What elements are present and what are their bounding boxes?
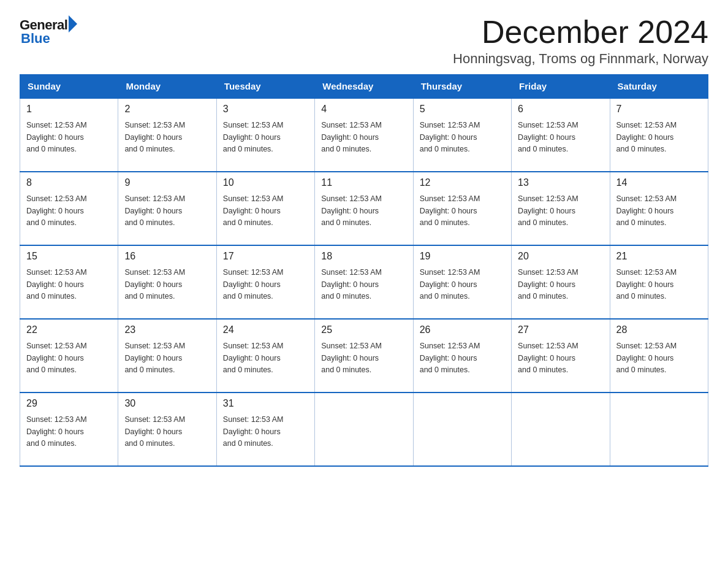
calendar-cell-16: 16Sunset: 12:53 AM Daylight: 0 hours and… [118,245,216,319]
calendar-cell-27: 27Sunset: 12:53 AM Daylight: 0 hours and… [512,319,610,393]
day-info: Sunset: 12:53 AM Daylight: 0 hours and 0… [223,414,308,450]
day-number: 31 [223,398,308,409]
header-wednesday: Wednesday [315,75,413,99]
calendar-table: SundayMondayTuesdayWednesdayThursdayFrid… [20,74,708,467]
calendar-cell-2: 2Sunset: 12:53 AM Daylight: 0 hours and … [118,98,216,172]
day-number: 9 [124,177,210,188]
location-subtitle: Honningsvag, Troms og Finnmark, Norway [453,51,708,67]
calendar-cell-empty [512,393,610,466]
day-info: Sunset: 12:53 AM Daylight: 0 hours and 0… [321,120,406,155]
calendar-cell-8: 8Sunset: 12:53 AM Daylight: 0 hours and … [20,172,118,245]
day-info: Sunset: 12:53 AM Daylight: 0 hours and 0… [616,340,702,376]
day-info: Sunset: 12:53 AM Daylight: 0 hours and 0… [223,340,308,376]
day-number: 13 [518,177,603,188]
calendar-cell-30: 30Sunset: 12:53 AM Daylight: 0 hours and… [118,393,216,466]
day-info: Sunset: 12:53 AM Daylight: 0 hours and 0… [616,193,702,229]
page-header: General Blue December 2024 Honningsvag, … [20,15,708,67]
calendar-cell-18: 18Sunset: 12:53 AM Daylight: 0 hours and… [315,245,413,319]
calendar-cell-22: 22Sunset: 12:53 AM Daylight: 0 hours and… [20,319,118,393]
day-info: Sunset: 12:53 AM Daylight: 0 hours and 0… [420,340,505,376]
day-info: Sunset: 12:53 AM Daylight: 0 hours and 0… [26,120,112,155]
day-number: 28 [616,324,702,335]
day-info: Sunset: 12:53 AM Daylight: 0 hours and 0… [616,267,702,302]
calendar-cell-13: 13Sunset: 12:53 AM Daylight: 0 hours and… [512,172,610,245]
day-info: Sunset: 12:53 AM Daylight: 0 hours and 0… [518,267,603,302]
month-title: December 2024 [453,15,708,50]
calendar-cell-7: 7Sunset: 12:53 AM Daylight: 0 hours and … [610,98,708,172]
day-number: 25 [321,324,406,335]
calendar-cell-17: 17Sunset: 12:53 AM Daylight: 0 hours and… [216,245,314,319]
calendar-cell-empty [610,393,708,466]
day-number: 11 [321,177,406,188]
week-row-4: 22Sunset: 12:53 AM Daylight: 0 hours and… [20,319,708,393]
header-saturday: Saturday [610,75,708,99]
day-number: 16 [124,251,210,262]
day-info: Sunset: 12:53 AM Daylight: 0 hours and 0… [518,340,603,376]
header-friday: Friday [512,75,610,99]
calendar-cell-26: 26Sunset: 12:53 AM Daylight: 0 hours and… [413,319,511,393]
calendar-cell-21: 21Sunset: 12:53 AM Daylight: 0 hours and… [610,245,708,319]
logo-triangle-icon [69,15,77,33]
calendar-cell-24: 24Sunset: 12:53 AM Daylight: 0 hours and… [216,319,314,393]
day-number: 17 [223,251,308,262]
calendar-cell-3: 3Sunset: 12:53 AM Daylight: 0 hours and … [216,98,314,172]
day-info: Sunset: 12:53 AM Daylight: 0 hours and 0… [518,120,603,155]
calendar-cell-14: 14Sunset: 12:53 AM Daylight: 0 hours and… [610,172,708,245]
week-row-2: 8Sunset: 12:53 AM Daylight: 0 hours and … [20,172,708,245]
title-section: December 2024 Honningsvag, Troms og Finn… [453,15,708,67]
day-info: Sunset: 12:53 AM Daylight: 0 hours and 0… [223,120,308,155]
day-number: 1 [26,104,112,115]
calendar-cell-28: 28Sunset: 12:53 AM Daylight: 0 hours and… [610,319,708,393]
calendar-cell-12: 12Sunset: 12:53 AM Daylight: 0 hours and… [413,172,511,245]
calendar-cell-10: 10Sunset: 12:53 AM Daylight: 0 hours and… [216,172,314,245]
calendar-cell-6: 6Sunset: 12:53 AM Daylight: 0 hours and … [512,98,610,172]
day-number: 27 [518,324,603,335]
week-row-3: 15Sunset: 12:53 AM Daylight: 0 hours and… [20,245,708,319]
day-number: 26 [420,324,505,335]
header-monday: Monday [118,75,216,99]
calendar-cell-19: 19Sunset: 12:53 AM Daylight: 0 hours and… [413,245,511,319]
weekday-header-row: SundayMondayTuesdayWednesdayThursdayFrid… [20,75,708,99]
day-number: 20 [518,251,603,262]
day-number: 21 [616,251,702,262]
day-number: 10 [223,177,308,188]
calendar-cell-9: 9Sunset: 12:53 AM Daylight: 0 hours and … [118,172,216,245]
day-number: 18 [321,251,406,262]
day-number: 29 [26,398,112,409]
day-number: 6 [518,104,603,115]
day-number: 5 [420,104,505,115]
week-row-5: 29Sunset: 12:53 AM Daylight: 0 hours and… [20,393,708,466]
day-number: 24 [223,324,308,335]
day-info: Sunset: 12:53 AM Daylight: 0 hours and 0… [321,267,406,302]
day-info: Sunset: 12:53 AM Daylight: 0 hours and 0… [223,193,308,229]
calendar-cell-29: 29Sunset: 12:53 AM Daylight: 0 hours and… [20,393,118,466]
day-info: Sunset: 12:53 AM Daylight: 0 hours and 0… [124,414,210,450]
calendar-cell-31: 31Sunset: 12:53 AM Daylight: 0 hours and… [216,393,314,466]
day-info: Sunset: 12:53 AM Daylight: 0 hours and 0… [26,414,112,450]
day-info: Sunset: 12:53 AM Daylight: 0 hours and 0… [26,340,112,376]
day-number: 15 [26,251,112,262]
day-number: 4 [321,104,406,115]
logo-blue-text: Blue [21,31,50,47]
day-number: 8 [26,177,112,188]
day-number: 30 [124,398,210,409]
week-row-1: 1Sunset: 12:53 AM Daylight: 0 hours and … [20,98,708,172]
day-info: Sunset: 12:53 AM Daylight: 0 hours and 0… [420,193,505,229]
calendar-cell-5: 5Sunset: 12:53 AM Daylight: 0 hours and … [413,98,511,172]
calendar-cell-4: 4Sunset: 12:53 AM Daylight: 0 hours and … [315,98,413,172]
calendar-cell-1: 1Sunset: 12:53 AM Daylight: 0 hours and … [20,98,118,172]
day-number: 3 [223,104,308,115]
day-number: 7 [616,104,702,115]
day-info: Sunset: 12:53 AM Daylight: 0 hours and 0… [321,193,406,229]
calendar-cell-empty [413,393,511,466]
day-number: 14 [616,177,702,188]
logo: General Blue [20,17,77,47]
day-info: Sunset: 12:53 AM Daylight: 0 hours and 0… [124,340,210,376]
day-info: Sunset: 12:53 AM Daylight: 0 hours and 0… [321,340,406,376]
day-info: Sunset: 12:53 AM Daylight: 0 hours and 0… [223,267,308,302]
day-number: 12 [420,177,505,188]
day-number: 23 [124,324,210,335]
calendar-cell-23: 23Sunset: 12:53 AM Daylight: 0 hours and… [118,319,216,393]
calendar-cell-20: 20Sunset: 12:53 AM Daylight: 0 hours and… [512,245,610,319]
day-info: Sunset: 12:53 AM Daylight: 0 hours and 0… [124,267,210,302]
